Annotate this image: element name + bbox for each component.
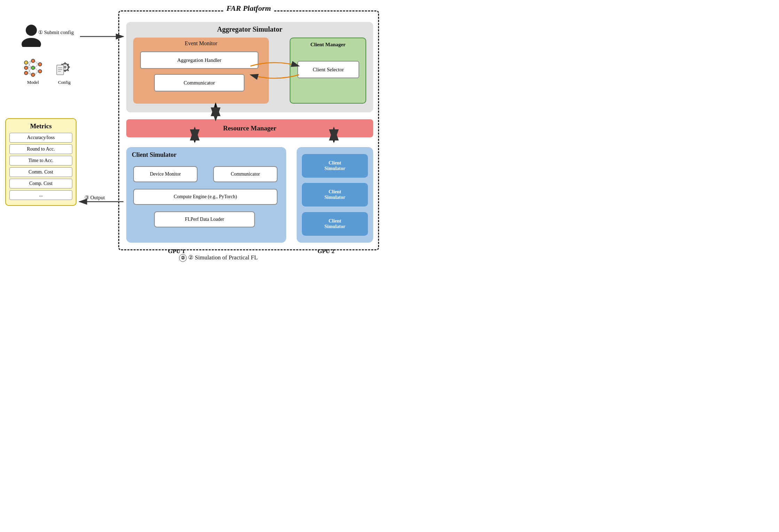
svg-point-8 [38, 63, 42, 66]
config-icon [54, 57, 75, 78]
metrics-box: Metrics Accuracy/loss Round to Acc. Time… [5, 118, 77, 206]
flperf-box: FLPerf Data Loader [154, 211, 255, 227]
user-section [19, 23, 43, 48]
svg-point-1 [22, 38, 41, 47]
svg-rect-26 [67, 66, 70, 68]
resource-manager-title: Resource Manager [223, 124, 276, 132]
gpu2-client-sim-2: ClientSimulator [302, 183, 368, 207]
diagram-container: FAR Platform Aggregator Simulator Event … [0, 0, 390, 266]
metrics-item-accuracy: Accuracy/loss [9, 133, 72, 143]
model-icon-area: Model [23, 57, 43, 85]
svg-rect-31 [57, 65, 64, 75]
device-monitor-box: Device Monitor [133, 166, 198, 182]
svg-line-19 [35, 68, 38, 71]
client-selector-label: Client Selector [313, 67, 344, 73]
gpu2-client-sim-3: ClientSimulator [302, 212, 368, 236]
svg-line-17 [35, 61, 38, 64]
communicator-box: Communicator [154, 74, 244, 91]
svg-point-6 [31, 66, 35, 70]
svg-text:① Submit config: ① Submit config [38, 30, 74, 35]
svg-line-18 [35, 64, 38, 68]
svg-point-3 [24, 66, 28, 70]
svg-point-9 [38, 70, 42, 73]
aggregation-handler-label: Aggregation Handler [177, 57, 221, 63]
device-monitor-label: Device Monitor [150, 171, 181, 177]
simulation-text: ② Simulation of Practical FL [188, 254, 258, 261]
svg-point-4 [24, 71, 28, 75]
circle-2: ② [179, 254, 187, 262]
metrics-item-time: Time to Acc. [9, 156, 72, 166]
gpu1-client-simulator-box: Client Simulator Device Monitor Communic… [126, 147, 286, 243]
aggregator-title: Aggregator Simulator [126, 22, 373, 33]
svg-line-20 [35, 71, 38, 75]
gpu2-client-sim-1: ClientSimulator [302, 154, 368, 178]
svg-rect-24 [64, 70, 66, 72]
simulation-label: ② ② Simulation of Practical FL [179, 254, 258, 262]
svg-point-5 [31, 59, 35, 63]
config-label: Config [54, 80, 75, 85]
metrics-item-comm-cost: Comm. Cost [9, 167, 72, 177]
gpu1-communicator-box: Communicator [213, 166, 278, 182]
svg-point-0 [26, 25, 37, 36]
metrics-item-dots: ... [9, 190, 72, 200]
event-monitor-box: Event Monitor Aggregation Handler Commun… [133, 38, 269, 104]
metrics-item-comp-cost: Comp. Cost [9, 179, 72, 188]
aggregation-handler-box: Aggregation Handler [140, 51, 258, 69]
config-icon-area: Config [54, 57, 75, 85]
aggregator-simulator-box: Aggregator Simulator Event Monitor Aggre… [126, 22, 373, 112]
model-label: Model [23, 80, 43, 85]
user-icon [19, 23, 43, 47]
gpu2-box: ClientSimulator ClientSimulator ClientSi… [297, 147, 373, 243]
svg-point-2 [24, 61, 28, 64]
compute-engine-label: Compute Engine (e.g., PyTorch) [174, 194, 237, 200]
compute-engine-box: Compute Engine (e.g., PyTorch) [133, 189, 278, 205]
model-icon [23, 57, 43, 78]
client-selector-box: Client Selector [297, 61, 359, 78]
svg-text:③ Output: ③ Output [85, 195, 105, 200]
resource-manager-bar: Resource Manager [126, 119, 373, 137]
client-manager-box: Client Manager Client Selector [290, 38, 366, 104]
metrics-title: Metrics [9, 122, 72, 130]
svg-point-22 [64, 66, 66, 68]
gpu1-client-simulator-title: Client Simulator [126, 147, 286, 159]
svg-rect-28 [66, 69, 69, 72]
svg-rect-23 [64, 62, 66, 65]
far-platform-box: FAR Platform Aggregator Simulator Event … [118, 10, 379, 250]
client-manager-title: Client Manager [290, 38, 366, 48]
gpu1-communicator-label: Communicator [231, 171, 260, 177]
flperf-label: FLPerf Data Loader [185, 217, 224, 222]
svg-point-7 [31, 73, 35, 76]
gpu2-label: GPU 2 [318, 248, 335, 255]
metrics-item-round: Round to Acc. [9, 144, 72, 154]
far-platform-title: FAR Platform [224, 4, 274, 13]
event-monitor-title: Event Monitor [133, 38, 269, 47]
communicator-label: Communicator [184, 80, 215, 86]
